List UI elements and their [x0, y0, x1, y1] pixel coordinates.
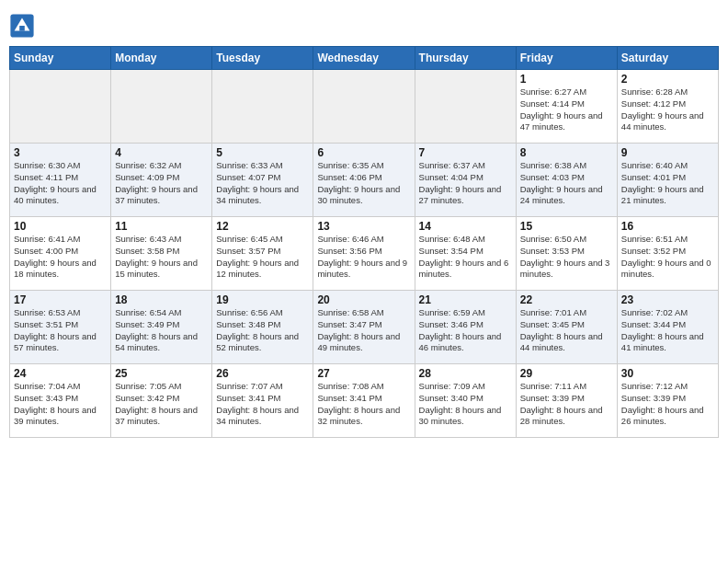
- calendar-cell: 5Sunrise: 6:33 AM Sunset: 4:07 PM Daylig…: [212, 144, 313, 217]
- calendar-cell: 21Sunrise: 6:59 AM Sunset: 3:46 PM Dayli…: [415, 291, 516, 364]
- calendar-cell: 14Sunrise: 6:48 AM Sunset: 3:54 PM Dayli…: [415, 217, 516, 291]
- calendar-cell: 11Sunrise: 6:43 AM Sunset: 3:58 PM Dayli…: [111, 217, 212, 291]
- day-info: Sunrise: 7:12 AM Sunset: 3:39 PM Dayligh…: [621, 381, 714, 428]
- calendar-cell: 16Sunrise: 6:51 AM Sunset: 3:52 PM Dayli…: [617, 217, 718, 291]
- day-number: 4: [115, 146, 208, 159]
- calendar-cell: 27Sunrise: 7:08 AM Sunset: 3:41 PM Dayli…: [313, 364, 415, 438]
- calendar-cell: 3Sunrise: 6:30 AM Sunset: 4:11 PM Daylig…: [10, 144, 111, 217]
- day-info: Sunrise: 6:50 AM Sunset: 3:53 PM Dayligh…: [520, 234, 613, 281]
- weekday-header-friday: Friday: [516, 47, 617, 70]
- calendar-cell: 26Sunrise: 7:07 AM Sunset: 3:41 PM Dayli…: [212, 364, 313, 438]
- day-info: Sunrise: 6:35 AM Sunset: 4:06 PM Dayligh…: [317, 160, 410, 207]
- calendar-cell: [111, 70, 212, 144]
- day-info: Sunrise: 6:27 AM Sunset: 4:14 PM Dayligh…: [520, 86, 613, 133]
- day-info: Sunrise: 7:01 AM Sunset: 3:45 PM Dayligh…: [520, 307, 613, 354]
- calendar-cell: 9Sunrise: 6:40 AM Sunset: 4:01 PM Daylig…: [617, 144, 718, 217]
- week-row-4: 17Sunrise: 6:53 AM Sunset: 3:51 PM Dayli…: [10, 291, 719, 364]
- day-info: Sunrise: 6:45 AM Sunset: 3:57 PM Dayligh…: [216, 234, 309, 281]
- calendar-cell: 19Sunrise: 6:56 AM Sunset: 3:48 PM Dayli…: [212, 291, 313, 364]
- day-info: Sunrise: 6:59 AM Sunset: 3:46 PM Dayligh…: [419, 307, 512, 354]
- day-info: Sunrise: 6:43 AM Sunset: 3:58 PM Dayligh…: [115, 234, 208, 281]
- day-info: Sunrise: 6:33 AM Sunset: 4:07 PM Dayligh…: [216, 160, 309, 207]
- day-number: 17: [14, 293, 107, 306]
- day-info: Sunrise: 6:48 AM Sunset: 3:54 PM Dayligh…: [419, 234, 512, 281]
- day-number: 11: [115, 220, 208, 233]
- calendar-cell: 22Sunrise: 7:01 AM Sunset: 3:45 PM Dayli…: [516, 291, 617, 364]
- day-number: 13: [317, 220, 410, 233]
- calendar-cell: 28Sunrise: 7:09 AM Sunset: 3:40 PM Dayli…: [415, 364, 516, 438]
- day-number: 30: [621, 367, 714, 380]
- day-info: Sunrise: 6:30 AM Sunset: 4:11 PM Dayligh…: [14, 160, 107, 207]
- day-info: Sunrise: 7:07 AM Sunset: 3:41 PM Dayligh…: [216, 381, 309, 428]
- day-info: Sunrise: 6:56 AM Sunset: 3:48 PM Dayligh…: [216, 307, 309, 354]
- calendar-cell: [415, 70, 516, 144]
- calendar-cell: 4Sunrise: 6:32 AM Sunset: 4:09 PM Daylig…: [111, 144, 212, 217]
- day-number: 9: [621, 146, 714, 159]
- calendar-cell: 12Sunrise: 6:45 AM Sunset: 3:57 PM Dayli…: [212, 217, 313, 291]
- calendar-cell: [212, 70, 313, 144]
- calendar-cell: 8Sunrise: 6:38 AM Sunset: 4:03 PM Daylig…: [516, 144, 617, 217]
- week-row-2: 3Sunrise: 6:30 AM Sunset: 4:11 PM Daylig…: [10, 144, 719, 217]
- day-info: Sunrise: 6:54 AM Sunset: 3:49 PM Dayligh…: [115, 307, 208, 354]
- day-info: Sunrise: 7:09 AM Sunset: 3:40 PM Dayligh…: [419, 381, 512, 428]
- day-number: 21: [419, 293, 512, 306]
- day-number: 7: [419, 146, 512, 159]
- calendar-cell: [313, 70, 415, 144]
- day-number: 12: [216, 220, 309, 233]
- calendar-cell: 17Sunrise: 6:53 AM Sunset: 3:51 PM Dayli…: [10, 291, 111, 364]
- day-number: 24: [14, 367, 107, 380]
- calendar-cell: 1Sunrise: 6:27 AM Sunset: 4:14 PM Daylig…: [516, 70, 617, 144]
- day-info: Sunrise: 6:51 AM Sunset: 3:52 PM Dayligh…: [621, 234, 714, 281]
- day-info: Sunrise: 7:05 AM Sunset: 3:42 PM Dayligh…: [115, 381, 208, 428]
- day-number: 23: [621, 293, 714, 306]
- logo-icon: [9, 13, 35, 39]
- day-number: 29: [520, 367, 613, 380]
- day-info: Sunrise: 6:46 AM Sunset: 3:56 PM Dayligh…: [317, 234, 410, 281]
- calendar-cell: 23Sunrise: 7:02 AM Sunset: 3:44 PM Dayli…: [617, 291, 718, 364]
- weekday-header-thursday: Thursday: [415, 47, 516, 70]
- calendar-cell: 7Sunrise: 6:37 AM Sunset: 4:04 PM Daylig…: [415, 144, 516, 217]
- day-number: 28: [419, 367, 512, 380]
- calendar-cell: [10, 70, 111, 144]
- calendar-cell: 29Sunrise: 7:11 AM Sunset: 3:39 PM Dayli…: [516, 364, 617, 438]
- calendar-cell: 13Sunrise: 6:46 AM Sunset: 3:56 PM Dayli…: [313, 217, 415, 291]
- page-header: [9, 9, 719, 39]
- calendar-cell: 2Sunrise: 6:28 AM Sunset: 4:12 PM Daylig…: [617, 70, 718, 144]
- calendar-cell: 15Sunrise: 6:50 AM Sunset: 3:53 PM Dayli…: [516, 217, 617, 291]
- day-number: 26: [216, 367, 309, 380]
- calendar-cell: 24Sunrise: 7:04 AM Sunset: 3:43 PM Dayli…: [10, 364, 111, 438]
- weekday-header-monday: Monday: [111, 47, 212, 70]
- weekday-header-sunday: Sunday: [10, 47, 111, 70]
- day-number: 1: [520, 73, 613, 86]
- calendar-cell: 6Sunrise: 6:35 AM Sunset: 4:06 PM Daylig…: [313, 144, 415, 217]
- day-info: Sunrise: 6:53 AM Sunset: 3:51 PM Dayligh…: [14, 307, 107, 354]
- day-info: Sunrise: 7:11 AM Sunset: 3:39 PM Dayligh…: [520, 381, 613, 428]
- day-info: Sunrise: 6:32 AM Sunset: 4:09 PM Dayligh…: [115, 160, 208, 207]
- svg-rect-2: [19, 26, 25, 31]
- calendar-cell: 30Sunrise: 7:12 AM Sunset: 3:39 PM Dayli…: [617, 364, 718, 438]
- day-number: 8: [520, 146, 613, 159]
- day-info: Sunrise: 6:58 AM Sunset: 3:47 PM Dayligh…: [317, 307, 410, 354]
- week-row-1: 1Sunrise: 6:27 AM Sunset: 4:14 PM Daylig…: [10, 70, 719, 144]
- week-row-5: 24Sunrise: 7:04 AM Sunset: 3:43 PM Dayli…: [10, 364, 719, 438]
- calendar-cell: 10Sunrise: 6:41 AM Sunset: 4:00 PM Dayli…: [10, 217, 111, 291]
- calendar-table: SundayMondayTuesdayWednesdayThursdayFrid…: [9, 46, 719, 438]
- day-number: 6: [317, 146, 410, 159]
- day-number: 2: [621, 73, 714, 86]
- day-number: 14: [419, 220, 512, 233]
- day-info: Sunrise: 6:37 AM Sunset: 4:04 PM Dayligh…: [419, 160, 512, 207]
- day-info: Sunrise: 6:28 AM Sunset: 4:12 PM Dayligh…: [621, 86, 714, 133]
- day-info: Sunrise: 6:40 AM Sunset: 4:01 PM Dayligh…: [621, 160, 714, 207]
- day-info: Sunrise: 6:38 AM Sunset: 4:03 PM Dayligh…: [520, 160, 613, 207]
- week-row-3: 10Sunrise: 6:41 AM Sunset: 4:00 PM Dayli…: [10, 217, 719, 291]
- day-number: 5: [216, 146, 309, 159]
- day-info: Sunrise: 7:08 AM Sunset: 3:41 PM Dayligh…: [317, 381, 410, 428]
- weekday-header-saturday: Saturday: [617, 47, 718, 70]
- day-number: 16: [621, 220, 714, 233]
- weekday-header-wednesday: Wednesday: [313, 47, 415, 70]
- calendar-cell: 25Sunrise: 7:05 AM Sunset: 3:42 PM Dayli…: [111, 364, 212, 438]
- day-info: Sunrise: 7:02 AM Sunset: 3:44 PM Dayligh…: [621, 307, 714, 354]
- day-number: 10: [14, 220, 107, 233]
- calendar-cell: 18Sunrise: 6:54 AM Sunset: 3:49 PM Dayli…: [111, 291, 212, 364]
- day-number: 25: [115, 367, 208, 380]
